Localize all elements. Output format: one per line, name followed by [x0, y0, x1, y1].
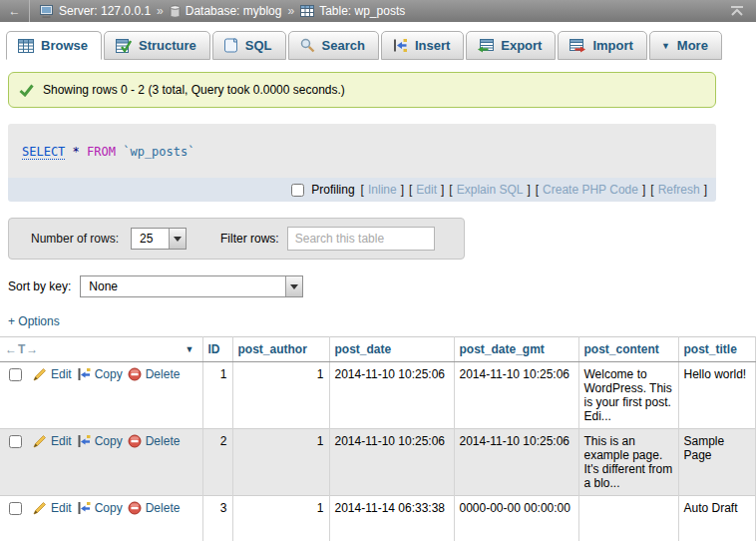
- tab-structure-label: Structure: [139, 38, 196, 53]
- bracket: [: [536, 183, 539, 197]
- sql-table-name: `wp_posts`: [123, 145, 194, 159]
- delete-row-link[interactable]: Delete: [128, 501, 181, 515]
- explain-sql-link[interactable]: Explain SQL: [457, 183, 524, 197]
- cell-post-date: 2014-11-10 10:25:06: [329, 429, 454, 496]
- column-header-post-date-gmt[interactable]: post_date_gmt: [454, 337, 578, 362]
- tab-search[interactable]: Search: [288, 31, 379, 60]
- copy-row-link[interactable]: Copy: [77, 501, 123, 515]
- collapse-panel-button[interactable]: [730, 6, 744, 17]
- tab-structure[interactable]: Structure: [104, 31, 210, 60]
- back-button[interactable]: ←: [0, 0, 30, 22]
- cell-post-content: [578, 496, 678, 541]
- sort-by-key-label: Sort by key:: [8, 279, 71, 293]
- tab-browse-label: Browse: [41, 38, 88, 53]
- breadcrumb-bar: ← Server: 127.0.0.1 » Database: myblog »…: [0, 0, 756, 22]
- row-checkbox[interactable]: [9, 435, 22, 448]
- import-icon: [569, 39, 585, 53]
- tab-more[interactable]: ▼ More: [649, 31, 722, 60]
- breadcrumb-server[interactable]: Server: 127.0.0.1: [40, 4, 151, 18]
- options-toggle-link[interactable]: + Options: [8, 314, 60, 328]
- search-icon: [300, 38, 315, 53]
- refresh-link[interactable]: Refresh: [658, 183, 700, 197]
- breadcrumb-separator: »: [157, 4, 164, 18]
- bracket: ]: [401, 183, 404, 197]
- pencil-icon: [33, 501, 47, 515]
- cell-post-date: 2014-11-14 06:33:38: [329, 496, 454, 541]
- breadcrumb-database-label: Database: myblog: [186, 4, 282, 18]
- transpose-control[interactable]: ←T→: [5, 342, 39, 356]
- copy-icon: [77, 367, 91, 381]
- sort-by-key-select[interactable]: None: [80, 275, 303, 297]
- breadcrumb-separator: »: [287, 4, 294, 18]
- edit-label: Edit: [51, 501, 72, 515]
- edit-row-link[interactable]: Edit: [33, 367, 72, 381]
- cell-post-author: 1: [232, 429, 329, 496]
- pencil-icon: [33, 367, 47, 381]
- table-row: Edit Copy Delete 1 1 2014-11-10 10:25:06…: [0, 362, 756, 429]
- filter-rows-input[interactable]: [287, 227, 435, 251]
- column-header-post-date[interactable]: post_date: [329, 337, 454, 362]
- row-checkbox[interactable]: [9, 502, 22, 515]
- cell-post-content: Welcome to WordPress. This is your first…: [578, 362, 678, 429]
- breadcrumb-table[interactable]: Table: wp_posts: [300, 4, 405, 18]
- structure-icon: [116, 39, 132, 53]
- delete-label: Delete: [146, 434, 181, 448]
- back-arrow-icon: ←: [9, 4, 21, 18]
- cell-post-date: 2014-11-10 10:25:06: [329, 362, 454, 429]
- filter-rows-label: Filter rows:: [220, 232, 279, 246]
- column-header-post-title[interactable]: post_title: [678, 337, 756, 362]
- sort-by-key-value: None: [81, 276, 285, 296]
- insert-icon: [393, 38, 408, 53]
- delete-row-link[interactable]: Delete: [128, 367, 181, 381]
- copy-row-link[interactable]: Copy: [77, 367, 123, 381]
- cell-post-title: Auto Draft: [678, 496, 756, 541]
- tab-import[interactable]: Import: [558, 31, 646, 60]
- tab-export[interactable]: Export: [466, 31, 556, 60]
- row-checkbox[interactable]: [9, 368, 22, 381]
- copy-icon: [77, 434, 91, 448]
- success-message: Showing rows 0 - 2 (3 total, Query took …: [8, 72, 716, 108]
- tab-more-label: More: [677, 38, 708, 53]
- column-header-post-author[interactable]: post_author: [232, 337, 329, 362]
- number-of-rows-select[interactable]: 25: [131, 228, 187, 250]
- sql-keyword-from: FROM: [87, 145, 116, 159]
- tab-search-label: Search: [322, 38, 365, 53]
- sort-row: Sort by key: None: [8, 275, 756, 297]
- bracket: ]: [441, 183, 444, 197]
- copy-label: Copy: [95, 434, 123, 448]
- tab-sql[interactable]: SQL: [212, 31, 286, 60]
- number-of-rows-label: Number of rows:: [31, 232, 119, 246]
- cell-id: 2: [202, 429, 232, 496]
- cell-post-title: Sample Page: [678, 429, 756, 496]
- tab-import-label: Import: [592, 38, 632, 53]
- export-icon: [478, 39, 494, 53]
- profiling-checkbox[interactable]: [291, 184, 304, 197]
- bracket: ]: [642, 183, 645, 197]
- delete-row-link[interactable]: Delete: [128, 434, 181, 448]
- profiling-label: Profiling: [311, 183, 354, 197]
- column-header-post-content[interactable]: post_content: [578, 337, 678, 362]
- sort-caret-icon[interactable]: ▼: [186, 344, 194, 354]
- inline-link[interactable]: Inline: [368, 183, 397, 197]
- breadcrumb-database[interactable]: Database: myblog: [170, 4, 282, 18]
- edit-query-link[interactable]: Edit: [416, 183, 437, 197]
- tab-insert[interactable]: Insert: [381, 31, 464, 60]
- cell-post-content: This is an example page. It's different …: [578, 429, 678, 496]
- sql-keyword-select[interactable]: SELECT: [22, 145, 65, 159]
- create-php-code-link[interactable]: Create PHP Code: [543, 183, 638, 197]
- edit-row-link[interactable]: Edit: [33, 434, 72, 448]
- copy-row-link[interactable]: Copy: [77, 434, 123, 448]
- cell-post-author: 1: [232, 362, 329, 429]
- tab-sql-label: SQL: [245, 38, 272, 53]
- results-table: ←T→ ▼ ID post_author post_date post_date…: [0, 336, 756, 541]
- query-actions-bar: Profiling [ Inline ] [ Edit ] [ Explain …: [8, 178, 716, 202]
- table-row: Edit Copy Delete 3 1 2014-11-14 06:33:38…: [0, 496, 756, 541]
- tab-bar: Browse Structure SQL Search Insert Expor…: [0, 22, 756, 60]
- query-box: SELECT * FROM `wp_posts` Profiling [ Inl…: [8, 124, 716, 202]
- tab-browse[interactable]: Browse: [6, 31, 102, 60]
- cell-id: 1: [202, 362, 232, 429]
- edit-row-link[interactable]: Edit: [33, 501, 72, 515]
- chevron-down-icon: ▼: [661, 41, 670, 51]
- column-header-id[interactable]: ID: [202, 337, 232, 362]
- number-of-rows-value: 25: [132, 229, 169, 249]
